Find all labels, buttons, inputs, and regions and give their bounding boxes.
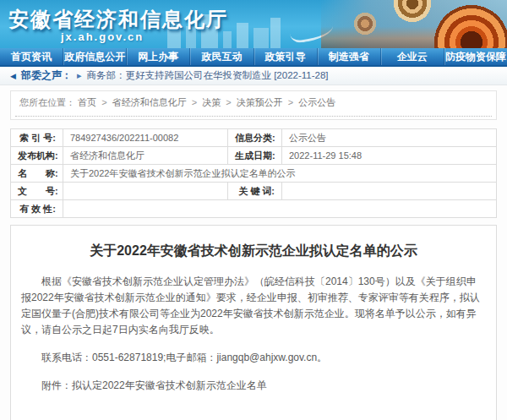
nav-item-manufacturing-province[interactable]: 制造强省 (317, 48, 380, 65)
breadcrumb-separator: > (192, 97, 197, 107)
info-label-category: 信息分类: (228, 129, 282, 147)
ticker-prev-icon: ◀ (10, 72, 16, 80)
breadcrumb-item-home[interactable]: 首页 (78, 97, 96, 107)
breadcrumb-item-department[interactable]: 省经济和信息化厅 (112, 97, 187, 107)
nav-item-enterprise-cloud[interactable]: 企业云 (380, 48, 444, 65)
info-label-index-number: 索 引 号: (11, 129, 63, 147)
table-row: 文 号: 关 键 词: (11, 183, 497, 200)
nav-item-public-interaction[interactable]: 政民互动 (189, 48, 253, 65)
article-paragraph-main: 根据《安徽省技术创新示范企业认定管理办法》（皖经信科技〔2014〕130号）以及… (21, 274, 486, 338)
breadcrumb: 您所在位置： 首页 > 省经济和信息化厅 > 决策 > 决策预公开 > 公示公告 (11, 91, 496, 116)
breadcrumb-item-pre-disclosure[interactable]: 决策预公开 (237, 97, 283, 107)
info-label-keywords: 关 键 词: (228, 183, 282, 200)
table-row: 发布机构: 省经济和信息化厅 生成日期: 2022-11-29 15:48 (11, 147, 497, 165)
table-row: 索 引 号: 784927436/202211-00082 信息分类: 公示公告 (11, 129, 497, 147)
ticker-news-date: [2022-11-28] (274, 70, 328, 80)
info-label-validity: 有 效 性: (11, 200, 63, 218)
info-value-category: 公示公告 (282, 129, 497, 147)
article-box: 关于2022年安徽省技术创新示范企业拟认定名单的公示 根据《安徽省技术创新示范企… (10, 225, 497, 420)
breadcrumb-prefix: 您所在位置： (19, 97, 75, 107)
ticker-caret-icon: ▸ (77, 70, 82, 81)
table-row: 名 称: 关于2022年安徽省技术创新示范企业拟认定名单的公示 (11, 165, 497, 183)
article-paragraph-contact: 联系电话：0551-62871819;电子邮箱：jiangqb@ahjxw.go… (21, 350, 486, 366)
table-row: 有 效 性: (11, 200, 497, 218)
breadcrumb-separator: > (101, 97, 106, 107)
nav-item-policy-guidance[interactable]: 政策引导 (254, 48, 317, 65)
site-title[interactable]: 安徽省经济和信息化厅 (8, 6, 228, 33)
info-value-name: 关于2022年安徽省技术创新示范企业拟认定名单的公示 (63, 165, 497, 183)
site-url: jx.ah.gov.cn (61, 30, 144, 43)
info-value-publisher: 省经济和信息化厅 (63, 147, 228, 165)
nav-item-epidemic-supplies[interactable]: 防疫物资保障 (444, 48, 507, 65)
news-ticker: ◀ 部委之声： ▸ 商务部：更好支持跨国公司在华投资制造业 [2022-11-2… (0, 67, 507, 85)
copper-coils-image (321, 0, 507, 48)
info-value-date-generated: 2022-11-29 15:48 (282, 147, 497, 165)
info-table: 索 引 号: 784927436/202211-00082 信息分类: 公示公告… (10, 128, 497, 218)
dotted-divider (15, 116, 492, 117)
info-value-doc-number (63, 183, 228, 200)
nav-item-online-services[interactable]: 网上办事 (126, 48, 189, 65)
breadcrumb-item-announcements[interactable]: 公示公告 (298, 97, 335, 107)
main-content: 您所在位置： 首页 > 省经济和信息化厅 > 决策 > 决策预公开 > 公示公告… (0, 85, 507, 420)
info-label-date-generated: 生成日期: (228, 147, 282, 165)
article-body: 根据《安徽省技术创新示范企业认定管理办法》（皖经信科技〔2014〕130号）以及… (21, 274, 486, 420)
breadcrumb-separator: > (226, 97, 231, 107)
info-label-name: 名 称: (11, 165, 63, 183)
nav-item-gov-info-disclosure[interactable]: 政府信息公开 (63, 48, 126, 65)
info-label-publisher: 发布机构: (11, 147, 63, 165)
article-paragraph-attachment: 附件：拟认定2022年安徽省技术创新示范企业名单 (21, 378, 486, 394)
nav-item-home-news[interactable]: 首页资讯 (0, 48, 63, 65)
main-nav: 首页资讯 政府信息公开 网上办事 政民互动 政策引导 制造强省 企业云 防疫物资… (0, 48, 507, 67)
ticker-section-label: 部委之声： (21, 68, 72, 83)
article-title: 关于2022年安徽省技术创新示范企业拟认定名单的公示 (21, 243, 486, 260)
info-label-doc-number: 文 号: (11, 183, 63, 200)
info-value-validity (63, 200, 497, 218)
breadcrumb-separator: > (288, 97, 293, 107)
ticker-news-link[interactable]: 商务部：更好支持跨国公司在华投资制造业 [2022-11-28] (86, 69, 328, 82)
info-value-index-number: 784927436/202211-00082 (63, 129, 228, 147)
header-banner: 安徽省经济和信息化厅 jx.ah.gov.cn (0, 0, 507, 48)
info-value-keywords (282, 183, 497, 200)
breadcrumb-box: 您所在位置： 首页 > 省经济和信息化厅 > 决策 > 决策预公开 > 公示公告 (10, 90, 497, 120)
breadcrumb-item-decisions[interactable]: 决策 (202, 97, 221, 107)
ticker-news-title: 商务部：更好支持跨国公司在华投资制造业 (86, 70, 271, 80)
